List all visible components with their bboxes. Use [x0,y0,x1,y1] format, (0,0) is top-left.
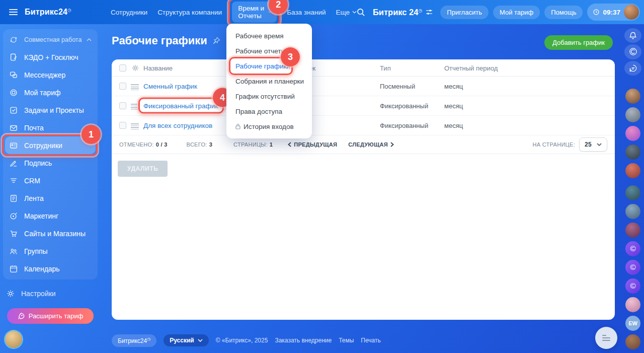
chat-avatar[interactable] [625,223,640,238]
chat-avatar-initials[interactable]: EW [625,316,640,331]
per-page-select[interactable]: 25 [579,137,607,152]
sidebar-item-signature[interactable]: Подпись [3,154,98,172]
annotation-badge-2: 2 [269,0,288,14]
nav-item-company-structure[interactable]: Структура компании [157,9,222,16]
nav-item-knowledge-base[interactable]: База знаний [287,9,326,16]
sidebar-item-feed[interactable]: Лента [3,189,98,207]
sidebar-item-employees[interactable]: Сотрудники 1 [5,136,96,154]
column-header-period[interactable]: Отчетный период [444,64,498,72]
footer-brand-pill[interactable]: Битрикс24◷ [112,334,156,347]
nav-item-employees[interactable]: Сотрудники [111,9,147,16]
sidebar-item-sites[interactable]: Сайты и Магазины [3,225,98,242]
menu-item-work-reports[interactable]: Рабочие отчеты [226,43,312,58]
sidebar-item-marketing[interactable]: Маркетинг [3,207,98,225]
chevron-left-icon [288,142,291,147]
chat-avatar[interactable] [625,145,640,160]
main-content: Рабочие графики Добавить график Название… [101,24,644,353]
grid-settings-gear-icon[interactable] [131,64,139,72]
groups-icon [9,247,18,256]
calendar-icon [9,264,18,273]
column-header-name[interactable]: Название [143,64,173,72]
drag-handle-icon[interactable] [131,122,139,130]
my-plan-button[interactable]: Мой тариф [493,6,540,19]
menu-item-login-history[interactable]: История входов [226,119,312,134]
search-icon[interactable] [357,8,365,17]
language-selector[interactable]: Русский [164,334,209,346]
sidebar-item-my-plan[interactable]: Мой тариф [3,84,98,101]
cell-period: месяц [444,83,463,90]
chat-avatar[interactable] [625,126,640,141]
menu-item-work-time[interactable]: Рабочее время [226,28,312,43]
sidebar-item-tasks[interactable]: Задачи и Проекты [3,101,98,119]
menu-item-access-rights[interactable]: Права доступа [226,104,312,119]
signature-icon [9,159,18,168]
row-checkbox[interactable] [119,102,126,109]
menu-item-meetings[interactable]: Собрания и планерки [226,74,312,89]
sidebar-user-avatar[interactable] [5,331,22,348]
crm-icon [9,176,18,185]
prev-page-button[interactable]: ПРЕДЫДУЩАЯ [288,142,337,148]
drag-handle-icon[interactable] [131,83,139,91]
copilot-chat-avatar[interactable]: © [625,241,640,256]
column-header-type[interactable]: Тип [380,64,391,72]
add-schedule-button[interactable]: Добавить график [544,35,613,50]
cell-period: месяц [444,102,463,110]
delete-button[interactable]: УДАЛИТЬ [118,161,168,177]
select-all-checkbox[interactable] [119,64,126,72]
messenger-rail-button[interactable] [624,61,641,76]
chat-avatar[interactable] [625,334,640,349]
pagination-bar: ОТМЕЧЕНО:0 / 3 ВСЕГО:3 СТРАНИЦЫ:1 ПРЕДЫД… [112,135,615,154]
copilot-button[interactable] [624,44,641,59]
notifications-bell-button[interactable] [624,28,641,43]
chat-avatar[interactable] [625,89,640,104]
sidebar-item-mail[interactable]: Почта [3,119,98,136]
sidebar-item-label: Почта [24,124,44,132]
sidebar-item-label: Задачи и Проекты [24,106,84,114]
chevron-down-icon [268,11,271,14]
upgrade-plan-button[interactable]: Расширить тариф [7,308,94,324]
sidebar-item-calendar[interactable]: Календарь [3,260,98,277]
invite-button[interactable]: Пригласить [440,6,489,19]
worktime-widget[interactable]: 09:37 [587,4,640,21]
sidebar-item-kedo[interactable]: КЭДО + Госключ [3,48,98,66]
menu-item-work-schedules[interactable]: Рабочие графики 3 [226,58,312,74]
sidebar-section-collaboration[interactable]: Совместная работа [3,31,98,48]
pin-icon[interactable] [212,37,220,45]
sidebar-item-messenger[interactable]: Мессенджер [3,66,98,84]
sidebar-item-groups[interactable]: Группы [3,242,98,260]
page-title: Рабочие графики [112,34,207,47]
row-checkbox[interactable] [119,83,126,90]
hamburger-menu-icon[interactable] [9,8,18,17]
user-avatar[interactable] [624,5,639,20]
chat-avatar[interactable] [625,204,640,219]
drag-handle-icon[interactable] [131,103,139,111]
chat-avatar[interactable] [625,297,640,312]
sliders-icon[interactable] [426,9,433,15]
chat-avatar[interactable] [625,107,640,122]
footer-link-print[interactable]: Печать [361,337,380,344]
copilot-chat-avatar[interactable]: © [625,278,640,294]
schedule-link[interactable]: Сменный график [143,83,197,90]
bell-icon [629,32,637,40]
next-page-button[interactable]: СЛЕДУЮЩАЯ [348,142,394,148]
footer-link-themes[interactable]: Темы [339,337,354,344]
help-button[interactable]: Помощь [544,6,583,19]
row-checkbox[interactable] [119,122,126,129]
copilot-chat-avatar[interactable]: © [625,260,640,275]
chat-avatar[interactable] [625,185,640,200]
menu-item-absence-chart[interactable]: График отсутствий [226,89,312,104]
sidebar-item-settings[interactable]: Настройки [0,285,101,302]
chat-avatar[interactable] [625,163,640,178]
nav-item-time-reports[interactable]: Время и Отчеты 2 [232,2,277,23]
quick-menu-fab[interactable] [595,327,617,349]
chevron-down-icon [198,339,203,342]
footer: Битрикс24◷ Русский © «Битрикс», 2025 Зак… [101,328,622,353]
app-logo[interactable]: Битрикс24◷ [25,8,71,17]
footer-link-implementation[interactable]: Заказать внедрение [275,337,332,344]
schedule-link[interactable]: Фиксированный график 4 [143,102,218,110]
nav-item-more[interactable]: Еще [336,9,357,16]
sidebar-section-label: Совместная работа [24,36,82,43]
schedule-link[interactable]: Для всех сотрудников [143,122,212,129]
sidebar-item-crm[interactable]: CRM [3,172,98,189]
table-header-row: Название Человек Тип Отчетный период [112,59,615,77]
